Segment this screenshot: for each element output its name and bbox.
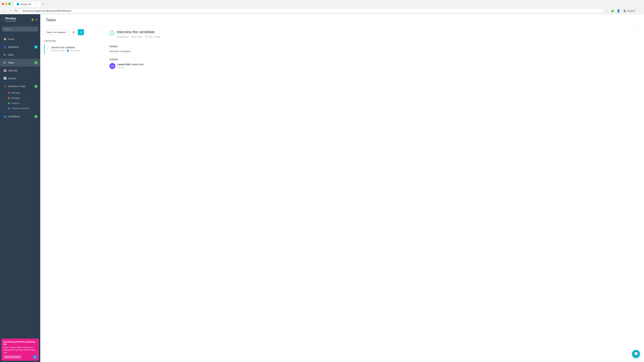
- window-minimize-button[interactable]: [5, 3, 8, 5]
- task-settings-button[interactable]: ⚙: [72, 30, 76, 35]
- task-card[interactable]: ✓ Interview the candidate 🕐 Due: Friday …: [44, 44, 100, 54]
- sidebar-back-button[interactable]: ‹: [3, 18, 4, 21]
- home-icon: 🏠: [3, 37, 6, 41]
- reports-icon: 📊: [3, 76, 6, 81]
- tasks-icon: ☑: [3, 60, 6, 65]
- detail-due-label: Due: Friday: [148, 35, 160, 38]
- forward-button[interactable]: →: [8, 9, 13, 13]
- assignee-name: John Smith: [70, 49, 80, 52]
- detail-due: 🕐 Due: Friday: [145, 35, 160, 38]
- sidebar-sub-item-label: Customer Service: [12, 107, 29, 110]
- inbox-icon: ✉: [3, 52, 6, 57]
- sidebar-item-reports[interactable]: 📊 Reports: [0, 74, 40, 82]
- task-filter-dropdown[interactable]: Tasks I've Assigned ▾: [44, 29, 70, 35]
- avatar-initials: LD: [111, 65, 114, 67]
- chat-fab-button[interactable]: 💬: [632, 350, 640, 358]
- upcoming-section-title: Upcoming: [44, 39, 100, 42]
- url-text: app.breezy.hr/app/c/moodjoy/tasks/580e34…: [22, 9, 71, 12]
- sidebar-item-customer-service[interactable]: Customer Service: [0, 106, 40, 111]
- sidebar-promo[interactable]: Introducing Perform by Breezy HR Easier,…: [1, 339, 39, 361]
- sidebar-item-calendar[interactable]: 📅 Calendar: [0, 66, 40, 74]
- calendar-icon: 📅: [3, 68, 6, 73]
- tab-close-button[interactable]: ×: [36, 3, 38, 5]
- task-detail-panel: ✓ Interview the candidate Assigned to: J…: [104, 26, 644, 362]
- sidebar-header-icons: 🔔 ⚙: [31, 18, 38, 21]
- sidebar-item-label: Home: [8, 38, 38, 40]
- detail-description: Interview candidates: [109, 50, 639, 53]
- sidebar-item-tasks[interactable]: ☑ Tasks +: [0, 59, 40, 66]
- sidebar-sub-item-label: Manager: [12, 91, 20, 94]
- more-options-icon[interactable]: ⋮: [635, 30, 639, 34]
- activity-action: created task: [131, 63, 144, 66]
- tasks-badge: +: [34, 61, 38, 64]
- incognito-label: Incognito: [627, 10, 635, 12]
- main-header: Tasks: [40, 14, 644, 26]
- window-close-button[interactable]: [2, 3, 4, 5]
- tasks-content: Tasks I've Assigned ▾ ⚙ + Upcoming ✓ Int…: [40, 26, 644, 362]
- tasks-list-panel: Tasks I've Assigned ▾ ⚙ + Upcoming ✓ Int…: [40, 26, 104, 362]
- sidebar-item-label: Tasks: [8, 61, 32, 64]
- address-bar[interactable]: app.breezy.hr/app/c/moodjoy/tasks/580e34…: [20, 8, 604, 13]
- browser-nav-icons: ☆ 🧩 👤 🕵 Incognito ⋮: [605, 8, 642, 13]
- sidebar-item-candidates[interactable]: 👥 Candidates +: [0, 112, 40, 120]
- sidebar-company-info: Moodjoy Lauren Dell: [5, 17, 30, 22]
- activity-user: Lauren Deli: [118, 63, 130, 66]
- page-title: Tasks: [46, 17, 639, 22]
- positions-icon: 💼: [3, 84, 6, 88]
- sidebar-header: ‹ Moodjoy Lauren Dell 🔔 ⚙: [0, 14, 40, 24]
- promo-switch-button[interactable]: Switch Companies: [3, 355, 21, 359]
- sidebar-item-finance[interactable]: Finance: [0, 100, 40, 106]
- activity-content: Lauren Deli created task 1m ago: [118, 63, 639, 68]
- new-tab-button[interactable]: +: [41, 2, 46, 6]
- sidebar-item-label: Inbox: [8, 53, 38, 56]
- extensions-icon[interactable]: 🧩: [610, 8, 615, 13]
- customer-service-dot: [8, 108, 10, 109]
- sidebar-search[interactable]: [2, 26, 38, 32]
- detail-clock-icon: 🕐: [145, 35, 148, 38]
- profile-icon[interactable]: 👤: [616, 8, 621, 13]
- activity-section-title: Activity: [109, 58, 639, 61]
- browser-nav: ← → ↻ app.breezy.hr/app/c/moodjoy/tasks/…: [0, 7, 644, 14]
- clock-icon: 🕐: [51, 49, 54, 52]
- promo-close-button[interactable]: ×: [33, 355, 37, 359]
- bookmark-icon[interactable]: ☆: [605, 8, 609, 13]
- candidates-badge: +: [34, 115, 38, 118]
- browser-titlebar: Breezy HR × +: [0, 0, 644, 7]
- assigned-to-name: John Smith: [131, 35, 142, 38]
- activity-section: Activity LD Lauren Deli created task 1m …: [109, 58, 639, 69]
- notification-icon[interactable]: 🔔: [31, 18, 34, 21]
- settings-icon[interactable]: ⚙: [36, 18, 38, 21]
- sidebar-sub-item-label: Designer: [12, 97, 20, 99]
- company-name: Moodjoy: [5, 17, 30, 20]
- filter-label: Tasks I've Assigned: [46, 31, 66, 33]
- sidebar-item-positions-pools[interactable]: 💼 Positions / Pools +: [0, 82, 40, 90]
- details-section-title: Details: [109, 45, 639, 48]
- detail-meta: Assigned to: John Smith 🕐 Due: Friday: [117, 35, 632, 38]
- browser-chrome: Breezy HR × + ← → ↻ app.breezy.hr/app/c/…: [0, 0, 644, 14]
- sidebar-item-inbox[interactable]: ✉ Inbox: [0, 51, 40, 59]
- sidebar-item-designer[interactable]: Designer: [0, 95, 40, 100]
- chevron-down-icon: ▾: [66, 31, 67, 33]
- sidebar-item-home[interactable]: 🏠 Home: [0, 35, 40, 43]
- back-button[interactable]: ←: [2, 9, 7, 13]
- task-filter-bar: Tasks I've Assigned ▾ ⚙ +: [44, 29, 100, 35]
- detail-header: ✓ Interview the candidate Assigned to: J…: [109, 30, 639, 41]
- task-add-button[interactable]: +: [78, 29, 84, 35]
- manager-dot: [8, 92, 10, 94]
- sidebar-item-label: Calendar: [8, 69, 38, 72]
- browser-window-controls: [2, 3, 11, 5]
- detail-check-icon[interactable]: ✓: [109, 30, 114, 35]
- sidebar-item-applicants[interactable]: 👤 Applicants 4: [0, 43, 40, 51]
- sidebar-item-label: Candidates: [8, 115, 32, 118]
- window-maximize-button[interactable]: [8, 3, 11, 5]
- promo-actions: Switch Companies ×: [3, 355, 37, 359]
- sidebar: ‹ Moodjoy Lauren Dell 🔔 ⚙ 🏠 Home 👤 Appli…: [0, 14, 40, 362]
- reload-button[interactable]: ↻: [14, 8, 18, 13]
- menu-icon[interactable]: ⋮: [638, 8, 642, 13]
- activity-text: Lauren Deli created task: [118, 63, 639, 66]
- browser-tab-active[interactable]: Breezy HR ×: [14, 2, 40, 6]
- applicants-icon: 👤: [3, 44, 6, 49]
- search-input[interactable]: [2, 26, 38, 32]
- sidebar-item-manager[interactable]: Manager: [0, 90, 40, 95]
- activity-timestamp: 1m ago: [118, 66, 639, 68]
